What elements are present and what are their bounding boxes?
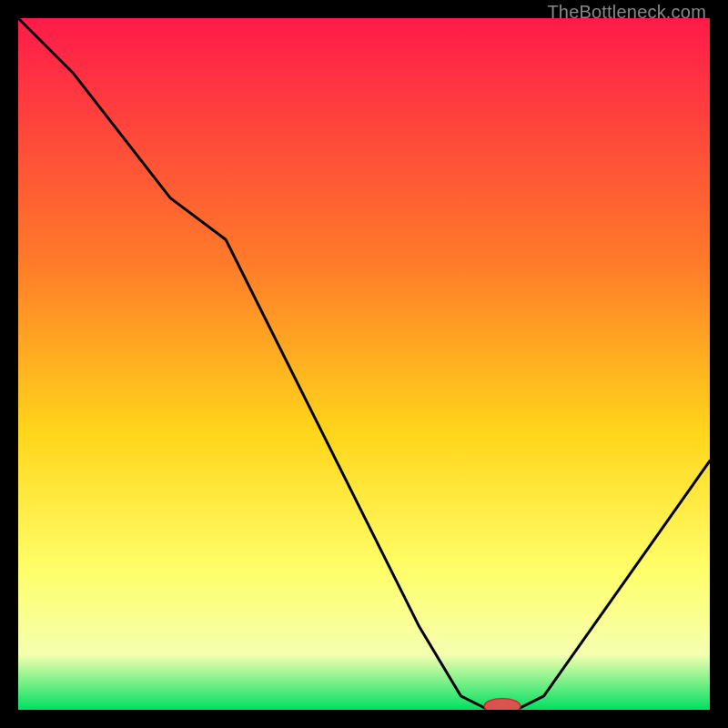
- watermark-text: TheBottleneck.com: [547, 2, 706, 23]
- chart-frame: [18, 18, 710, 710]
- optimum-marker: [484, 699, 521, 710]
- bottleneck-chart: [18, 18, 710, 710]
